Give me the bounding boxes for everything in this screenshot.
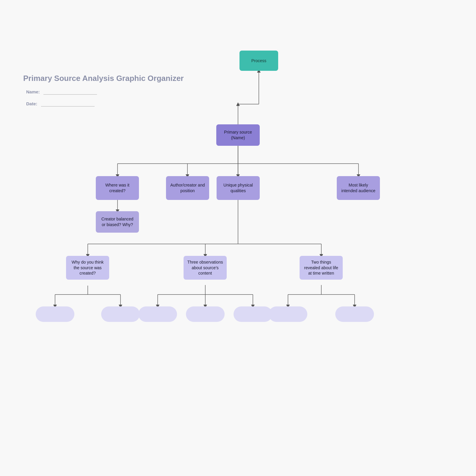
unique-physical-node: Unique physical qualities bbox=[217, 176, 260, 200]
author-creator-node: Author/creator and position bbox=[166, 176, 209, 200]
two-things-child-1 bbox=[269, 306, 307, 322]
process-node: Process bbox=[239, 51, 278, 71]
two-things-node: Two things revealed about life at time w… bbox=[300, 256, 343, 280]
name-label: Name: bbox=[26, 89, 40, 94]
two-things-child-2 bbox=[335, 306, 374, 322]
where-created-node: Where was it created? bbox=[96, 176, 139, 200]
creator-biased-node: Creator balanced or biased? Why? bbox=[96, 211, 139, 233]
date-field: Date: bbox=[26, 101, 95, 107]
date-label: Date: bbox=[26, 101, 37, 106]
page-title: Primary Source Analysis Graphic Organize… bbox=[23, 74, 184, 83]
primary-source-node: Primary source (Name) bbox=[216, 124, 260, 146]
name-field: Name: bbox=[26, 89, 97, 95]
three-obs-child-2 bbox=[186, 306, 225, 322]
name-line bbox=[43, 94, 97, 95]
date-line bbox=[41, 106, 95, 107]
why-created-child-2 bbox=[101, 306, 140, 322]
most-likely-node: Most likely intended audience bbox=[337, 176, 380, 200]
why-created-child-1 bbox=[36, 306, 74, 322]
three-obs-child-3 bbox=[234, 306, 272, 322]
why-created-node: Why do you think the source was created? bbox=[66, 256, 109, 280]
three-observations-node: Three observations about source's conten… bbox=[184, 256, 227, 280]
three-obs-child-1 bbox=[138, 306, 177, 322]
